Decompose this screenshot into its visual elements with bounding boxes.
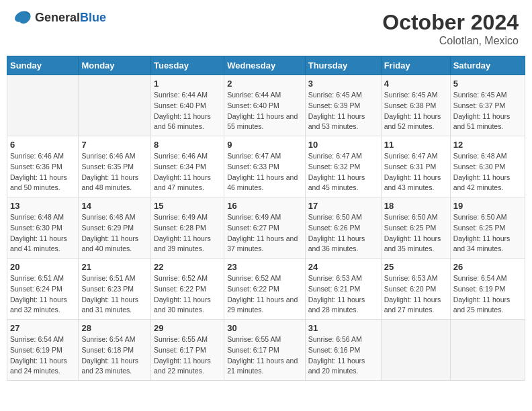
- logo-general: General: [35, 11, 80, 24]
- calendar-cell: 23Sunrise: 6:52 AM Sunset: 6:22 PM Dayli…: [224, 259, 306, 320]
- day-info: Sunrise: 6:52 AM Sunset: 6:22 PM Dayligh…: [227, 273, 302, 316]
- day-info: Sunrise: 6:50 AM Sunset: 6:25 PM Dayligh…: [453, 212, 522, 255]
- day-info: Sunrise: 6:50 AM Sunset: 6:25 PM Dayligh…: [384, 212, 447, 255]
- day-number: 7: [81, 140, 148, 150]
- calendar-cell: [7, 75, 79, 136]
- day-number: 26: [453, 262, 522, 272]
- day-info: Sunrise: 6:52 AM Sunset: 6:22 PM Dayligh…: [154, 273, 221, 316]
- day-number: 9: [227, 140, 302, 150]
- day-info: Sunrise: 6:46 AM Sunset: 6:36 PM Dayligh…: [10, 151, 75, 193]
- calendar-cell: 24Sunrise: 6:53 AM Sunset: 6:21 PM Dayli…: [305, 259, 381, 320]
- location-title: Colotlan, Mexico: [382, 35, 519, 47]
- day-number: 10: [308, 140, 378, 150]
- day-info: Sunrise: 6:48 AM Sunset: 6:29 PM Dayligh…: [81, 212, 148, 255]
- day-number: 27: [10, 323, 75, 333]
- day-number: 12: [453, 140, 522, 150]
- day-info: Sunrise: 6:47 AM Sunset: 6:33 PM Dayligh…: [227, 151, 302, 193]
- day-info: Sunrise: 6:48 AM Sunset: 6:30 PM Dayligh…: [453, 151, 522, 193]
- calendar-cell: [381, 320, 450, 381]
- day-info: Sunrise: 6:53 AM Sunset: 6:21 PM Dayligh…: [308, 273, 378, 316]
- calendar-cell: 31Sunrise: 6:56 AM Sunset: 6:16 PM Dayli…: [305, 320, 381, 381]
- logo-text: GeneralBlue: [35, 11, 106, 25]
- calendar-cell: 14Sunrise: 6:48 AM Sunset: 6:29 PM Dayli…: [79, 197, 151, 259]
- day-number: 17: [308, 201, 378, 211]
- calendar-header-saturday: Saturday: [450, 56, 525, 75]
- calendar-cell: 22Sunrise: 6:52 AM Sunset: 6:22 PM Dayli…: [151, 259, 224, 320]
- month-title: October 2024: [382, 10, 519, 35]
- logo-bird-icon: [13, 10, 32, 25]
- calendar-cell: 10Sunrise: 6:47 AM Sunset: 6:32 PM Dayli…: [305, 136, 381, 197]
- calendar-cell: [450, 320, 525, 381]
- calendar-cell: 26Sunrise: 6:54 AM Sunset: 6:19 PM Dayli…: [450, 259, 525, 320]
- day-info: Sunrise: 6:47 AM Sunset: 6:31 PM Dayligh…: [384, 151, 447, 193]
- day-number: 8: [154, 140, 221, 150]
- day-info: Sunrise: 6:53 AM Sunset: 6:20 PM Dayligh…: [384, 273, 447, 316]
- calendar-header-thursday: Thursday: [305, 56, 381, 75]
- calendar-header-friday: Friday: [381, 56, 450, 75]
- day-number: 24: [308, 262, 378, 272]
- day-number: 18: [384, 201, 447, 211]
- calendar-cell: 29Sunrise: 6:55 AM Sunset: 6:17 PM Dayli…: [151, 320, 224, 381]
- day-number: 2: [227, 79, 302, 89]
- calendar-table: SundayMondayTuesdayWednesdayThursdayFrid…: [7, 56, 525, 381]
- calendar-cell: 27Sunrise: 6:54 AM Sunset: 6:19 PM Dayli…: [7, 320, 79, 381]
- day-info: Sunrise: 6:54 AM Sunset: 6:18 PM Dayligh…: [81, 334, 148, 377]
- day-info: Sunrise: 6:45 AM Sunset: 6:38 PM Dayligh…: [384, 90, 447, 132]
- day-info: Sunrise: 6:54 AM Sunset: 6:19 PM Dayligh…: [453, 273, 522, 316]
- calendar-header-tuesday: Tuesday: [151, 56, 224, 75]
- calendar-cell: 13Sunrise: 6:48 AM Sunset: 6:30 PM Dayli…: [7, 197, 79, 259]
- calendar-cell: 30Sunrise: 6:55 AM Sunset: 6:17 PM Dayli…: [224, 320, 306, 381]
- day-info: Sunrise: 6:46 AM Sunset: 6:35 PM Dayligh…: [81, 151, 148, 193]
- calendar-cell: 15Sunrise: 6:49 AM Sunset: 6:28 PM Dayli…: [151, 197, 224, 259]
- calendar-cell: 11Sunrise: 6:47 AM Sunset: 6:31 PM Dayli…: [381, 136, 450, 197]
- day-info: Sunrise: 6:47 AM Sunset: 6:32 PM Dayligh…: [308, 151, 378, 193]
- day-info: Sunrise: 6:56 AM Sunset: 6:16 PM Dayligh…: [308, 334, 378, 377]
- calendar-cell: 5Sunrise: 6:45 AM Sunset: 6:37 PM Daylig…: [450, 75, 525, 136]
- calendar-header-monday: Monday: [79, 56, 151, 75]
- day-number: 11: [384, 140, 447, 150]
- calendar-cell: 21Sunrise: 6:51 AM Sunset: 6:23 PM Dayli…: [79, 259, 151, 320]
- calendar-week-row: 20Sunrise: 6:51 AM Sunset: 6:24 PM Dayli…: [7, 259, 525, 320]
- logo-blue: Blue: [80, 11, 106, 24]
- calendar-cell: 19Sunrise: 6:50 AM Sunset: 6:25 PM Dayli…: [450, 197, 525, 259]
- calendar-cell: 28Sunrise: 6:54 AM Sunset: 6:18 PM Dayli…: [79, 320, 151, 381]
- day-info: Sunrise: 6:44 AM Sunset: 6:40 PM Dayligh…: [227, 90, 302, 132]
- day-info: Sunrise: 6:51 AM Sunset: 6:24 PM Dayligh…: [10, 273, 75, 316]
- day-info: Sunrise: 6:49 AM Sunset: 6:27 PM Dayligh…: [227, 212, 302, 255]
- day-info: Sunrise: 6:55 AM Sunset: 6:17 PM Dayligh…: [154, 334, 221, 377]
- day-info: Sunrise: 6:45 AM Sunset: 6:37 PM Dayligh…: [453, 90, 522, 132]
- calendar-cell: 20Sunrise: 6:51 AM Sunset: 6:24 PM Dayli…: [7, 259, 79, 320]
- day-info: Sunrise: 6:55 AM Sunset: 6:17 PM Dayligh…: [227, 334, 302, 377]
- day-number: 23: [227, 262, 302, 272]
- day-info: Sunrise: 6:44 AM Sunset: 6:40 PM Dayligh…: [154, 90, 221, 132]
- calendar-cell: 4Sunrise: 6:45 AM Sunset: 6:38 PM Daylig…: [381, 75, 450, 136]
- day-number: 3: [308, 79, 378, 89]
- page-header: GeneralBlue October 2024 Colotlan, Mexic…: [7, 7, 525, 50]
- calendar-week-row: 1Sunrise: 6:44 AM Sunset: 6:40 PM Daylig…: [7, 75, 525, 136]
- calendar-cell: 7Sunrise: 6:46 AM Sunset: 6:35 PM Daylig…: [79, 136, 151, 197]
- calendar-header-wednesday: Wednesday: [224, 56, 306, 75]
- day-info: Sunrise: 6:46 AM Sunset: 6:34 PM Dayligh…: [154, 151, 221, 193]
- day-info: Sunrise: 6:49 AM Sunset: 6:28 PM Dayligh…: [154, 212, 221, 255]
- day-number: 19: [453, 201, 522, 211]
- day-number: 4: [384, 79, 447, 89]
- day-number: 20: [10, 262, 75, 272]
- calendar-week-row: 27Sunrise: 6:54 AM Sunset: 6:19 PM Dayli…: [7, 320, 525, 381]
- calendar-cell: [79, 75, 151, 136]
- day-number: 29: [154, 323, 221, 333]
- calendar-header-sunday: Sunday: [7, 56, 79, 75]
- calendar-cell: 1Sunrise: 6:44 AM Sunset: 6:40 PM Daylig…: [151, 75, 224, 136]
- day-info: Sunrise: 6:45 AM Sunset: 6:39 PM Dayligh…: [308, 90, 378, 132]
- title-block: October 2024 Colotlan, Mexico: [382, 10, 519, 47]
- day-number: 22: [154, 262, 221, 272]
- calendar-week-row: 13Sunrise: 6:48 AM Sunset: 6:30 PM Dayli…: [7, 197, 525, 259]
- day-number: 5: [453, 79, 522, 89]
- day-number: 6: [10, 140, 75, 150]
- day-info: Sunrise: 6:51 AM Sunset: 6:23 PM Dayligh…: [81, 273, 148, 316]
- day-info: Sunrise: 6:50 AM Sunset: 6:26 PM Dayligh…: [308, 212, 378, 255]
- calendar-cell: 12Sunrise: 6:48 AM Sunset: 6:30 PM Dayli…: [450, 136, 525, 197]
- calendar-cell: 6Sunrise: 6:46 AM Sunset: 6:36 PM Daylig…: [7, 136, 79, 197]
- day-number: 15: [154, 201, 221, 211]
- calendar-week-row: 6Sunrise: 6:46 AM Sunset: 6:36 PM Daylig…: [7, 136, 525, 197]
- day-number: 30: [227, 323, 302, 333]
